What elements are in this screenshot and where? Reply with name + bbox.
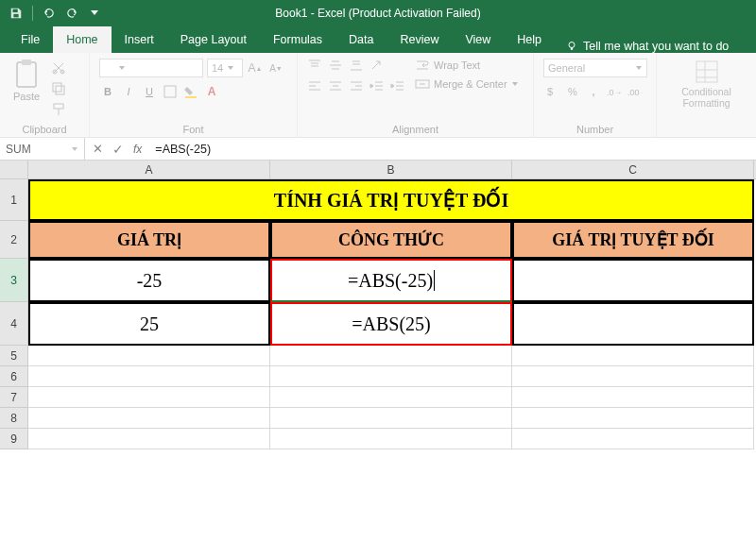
cell-c7[interactable] [512,387,754,408]
cell-c8[interactable] [512,408,754,429]
tab-review[interactable]: Review [387,26,452,53]
tab-help[interactable]: Help [504,26,555,53]
cell-a3[interactable]: -25 [28,259,270,302]
cell-a9[interactable] [28,429,270,449]
redo-icon[interactable] [65,7,78,20]
paste-button[interactable]: Paste [9,59,43,102]
align-center-icon[interactable] [328,79,345,94]
copy-icon[interactable] [51,81,66,96]
font-color-icon[interactable]: A [203,83,220,100]
borders-icon[interactable] [162,83,179,100]
tell-me-search[interactable]: Tell me what you want to do [555,40,740,53]
cell-b9[interactable] [270,429,512,449]
formula-input[interactable] [149,138,756,160]
conditional-formatting-label: Conditional Formatting [680,87,733,109]
format-painter-icon[interactable] [51,102,66,117]
cell-a7[interactable] [28,387,270,408]
qat-customize-icon[interactable] [88,7,101,20]
fx-icon[interactable]: fx [133,143,142,156]
row-header-8[interactable]: 8 [0,408,28,429]
svg-rect-1 [13,14,18,18]
row-header-2[interactable]: 2 [0,221,28,259]
increase-decimal-icon[interactable]: .0→.00 [606,83,623,100]
cell-a4[interactable]: 25 [28,302,270,346]
increase-indent-icon[interactable] [390,79,407,94]
align-right-icon[interactable] [349,79,366,94]
cell-c4[interactable] [512,302,754,346]
save-icon[interactable] [9,7,23,20]
merge-center-label: Merge & Center [434,78,507,90]
cell-a6[interactable] [28,366,270,387]
cell-c6[interactable] [512,366,754,387]
tab-home[interactable]: Home [53,26,111,53]
row-header-1[interactable]: 1 [0,179,28,221]
cell-b2[interactable]: CÔNG THỨC [270,221,512,259]
enter-icon[interactable]: ✓ [112,142,124,157]
cell-b8[interactable] [270,408,512,429]
underline-button[interactable]: U [141,83,158,100]
comma-format-icon[interactable]: , [585,83,602,100]
fill-color-icon[interactable] [182,83,199,100]
svg-point-2 [569,42,575,48]
cell-a1-title[interactable]: TÍNH GIÁ TRỊ TUYỆT ĐỐI [28,179,754,221]
tab-view[interactable]: View [452,26,504,53]
cut-icon[interactable] [51,60,66,76]
cell-b3[interactable]: =ABS(-25) [270,259,512,302]
column-header-b[interactable]: B [270,161,512,178]
cancel-icon[interactable]: ✕ [93,142,103,156]
svg-rect-3 [571,48,573,50]
row-header-7[interactable]: 7 [0,387,28,408]
cell-a5[interactable] [28,346,270,366]
row-header-9[interactable]: 9 [0,429,28,449]
column-header-a[interactable]: A [28,161,270,178]
decrease-font-icon[interactable]: A▼ [267,59,284,76]
cell-c5[interactable] [512,346,754,366]
font-size-combo[interactable]: 14 [207,59,243,77]
accounting-format-icon[interactable]: $ [543,83,560,100]
cell-b7[interactable] [270,387,512,408]
chevron-down-icon [635,64,643,72]
group-label-alignment: Alignment [307,122,524,135]
group-label-font: Font [99,122,287,135]
merge-center-button[interactable]: Merge & Center [415,77,519,91]
cell-c9[interactable] [512,429,754,449]
font-name-combo[interactable] [99,59,203,77]
cell-b6[interactable] [270,366,512,387]
decrease-indent-icon[interactable] [369,79,387,94]
cell-a8[interactable] [28,408,270,429]
chevron-down-icon [118,64,126,72]
cell-c2[interactable]: GIÁ TRỊ TUYỆT ĐỐI [512,221,754,259]
tab-formulas[interactable]: Formulas [260,26,335,53]
svg-text:$: $ [547,86,553,97]
name-box[interactable]: SUM [0,138,85,160]
row-header-4[interactable]: 4 [0,302,28,346]
wrap-text-button[interactable]: Wrap Text [415,59,519,72]
align-bottom-icon[interactable] [349,59,366,74]
align-top-icon[interactable] [307,59,324,74]
column-header-c[interactable]: C [512,161,754,178]
tab-data[interactable]: Data [335,26,387,53]
cell-c3[interactable] [512,259,754,302]
select-all-corner[interactable] [0,161,28,179]
group-label-number: Number [543,122,646,135]
cell-b4[interactable]: =ABS(25) [270,302,512,346]
decrease-decimal-icon[interactable]: .00→.0 [627,83,644,100]
increase-font-icon[interactable]: A▲ [247,59,264,76]
row-header-6[interactable]: 6 [0,366,28,387]
row-header-3[interactable]: 3 [0,259,28,302]
tab-insert[interactable]: Insert [112,26,167,53]
conditional-formatting-button[interactable]: Conditional Formatting [680,59,733,109]
number-format-combo[interactable]: General [543,59,647,77]
orientation-icon[interactable] [369,59,387,74]
undo-icon[interactable] [43,7,56,20]
cell-a2[interactable]: GIÁ TRỊ [28,221,270,259]
align-left-icon[interactable] [307,79,324,94]
row-header-5[interactable]: 5 [0,346,28,366]
tab-file[interactable]: File [8,26,53,53]
bold-button[interactable]: B [99,83,116,100]
tab-page-layout[interactable]: Page Layout [167,26,260,53]
cell-b5[interactable] [270,346,512,366]
italic-button[interactable]: I [120,83,137,100]
align-middle-icon[interactable] [328,59,345,74]
percent-format-icon[interactable]: % [564,83,581,100]
